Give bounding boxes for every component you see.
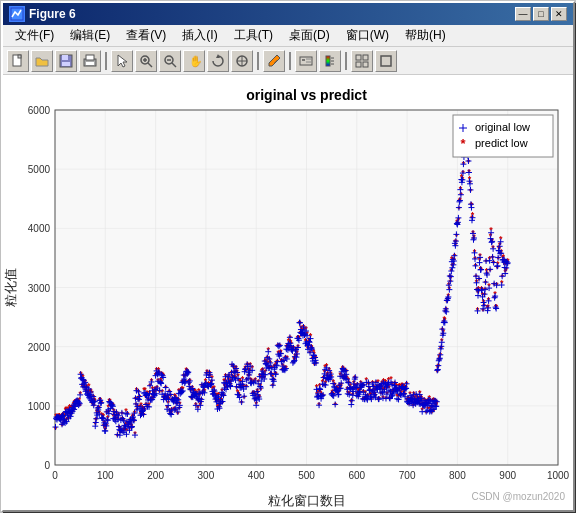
svg-rect-23 — [300, 57, 312, 65]
open-button[interactable] — [31, 50, 53, 72]
menu-window[interactable]: 窗口(W) — [338, 25, 397, 46]
main-window: Figure 6 — □ ✕ 文件(F) 编辑(E) 查看(V) 插入(I) 工… — [1, 1, 575, 512]
toolbar: ✋ — [3, 47, 573, 75]
new-button[interactable] — [7, 50, 29, 72]
separator-1 — [105, 52, 107, 70]
pan-button[interactable]: ✋ — [183, 50, 205, 72]
plot-area: CSDN @mozun2020 — [3, 75, 573, 510]
save-button[interactable] — [55, 50, 77, 72]
menu-file[interactable]: 文件(F) — [7, 25, 62, 46]
svg-rect-2 — [18, 55, 21, 58]
svg-rect-31 — [356, 55, 361, 60]
square-button[interactable] — [375, 50, 397, 72]
svg-rect-7 — [86, 55, 94, 60]
svg-rect-33 — [356, 62, 361, 67]
svg-rect-4 — [62, 55, 68, 60]
grid-button[interactable] — [351, 50, 373, 72]
svg-line-15 — [172, 63, 176, 67]
close-button[interactable]: ✕ — [551, 7, 567, 21]
legend-button[interactable] — [295, 50, 317, 72]
svg-rect-32 — [363, 55, 368, 60]
cursor-button[interactable] — [111, 50, 133, 72]
separator-2 — [257, 52, 259, 70]
svg-text:✋: ✋ — [189, 54, 201, 68]
watermark: CSDN @mozun2020 — [471, 491, 565, 502]
svg-rect-27 — [326, 56, 330, 66]
zoom-out-button[interactable] — [159, 50, 181, 72]
menu-bar: 文件(F) 编辑(E) 查看(V) 插入(I) 工具(T) 桌面(D) 窗口(W… — [3, 25, 573, 47]
title-bar: Figure 6 — □ ✕ — [3, 3, 573, 25]
menu-view[interactable]: 查看(V) — [118, 25, 174, 46]
svg-rect-5 — [62, 62, 70, 66]
plot-canvas — [3, 75, 573, 510]
svg-rect-8 — [86, 62, 94, 65]
svg-rect-34 — [363, 62, 368, 67]
menu-desktop[interactable]: 桌面(D) — [281, 25, 338, 46]
menu-tools[interactable]: 工具(T) — [226, 25, 281, 46]
rotate-button[interactable] — [207, 50, 229, 72]
svg-line-11 — [148, 63, 152, 67]
colorbar-button[interactable] — [319, 50, 341, 72]
minimize-button[interactable]: — — [515, 7, 531, 21]
maximize-button[interactable]: □ — [533, 7, 549, 21]
datapoint-button[interactable] — [231, 50, 253, 72]
menu-insert[interactable]: 插入(I) — [174, 25, 225, 46]
title-buttons: — □ ✕ — [515, 7, 567, 21]
svg-marker-9 — [118, 55, 127, 67]
separator-4 — [345, 52, 347, 70]
window-title: Figure 6 — [29, 7, 76, 21]
zoom-in-button[interactable] — [135, 50, 157, 72]
window-icon — [9, 6, 25, 22]
menu-help[interactable]: 帮助(H) — [397, 25, 454, 46]
print-button[interactable] — [79, 50, 101, 72]
svg-rect-35 — [381, 56, 391, 66]
menu-edit[interactable]: 编辑(E) — [62, 25, 118, 46]
brush-button[interactable] — [263, 50, 285, 72]
title-bar-left: Figure 6 — [9, 6, 76, 22]
separator-3 — [289, 52, 291, 70]
